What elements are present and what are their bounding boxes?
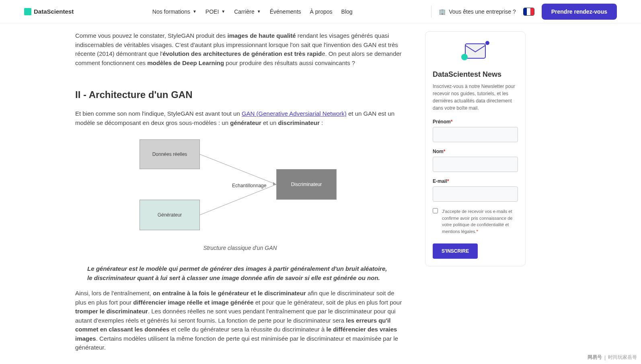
consent-label: J'accepte de recevoir vos e-mails et con… [442,208,518,235]
sidebar: DataScientest News Inscrivez-vous à notr… [425,31,526,359]
chevron-down-icon: ▼ [193,9,197,14]
article-content: Comme vous pouvez le constater, StyleGAN… [75,31,405,359]
prenom-input[interactable] [433,127,518,142]
svg-marker-1 [273,182,276,185]
diagram-box-discriminator: Discriminateur [276,169,337,200]
svg-point-4 [461,54,468,60]
paragraph-2: Et bien comme son nom l'indique, StyleGA… [75,109,405,127]
main-nav: Nos formations▼ POEI▼ Carrière▼ Événemen… [152,8,353,15]
consent-checkbox[interactable] [433,208,438,213]
newsletter-title: DataScientest News [433,70,518,79]
logo[interactable]: DataScientest [24,8,74,15]
cta-button[interactable]: Prendre rendez-vous [542,4,617,20]
prenom-label: Prénom* [433,119,518,125]
chevron-down-icon: ▼ [221,9,225,14]
email-input[interactable] [433,186,518,202]
paragraph-3: Ainsi, lors de l'entraînement, on entraî… [75,289,405,352]
svg-point-5 [485,41,489,45]
quote-block: Le générateur est le modèle qui permet d… [75,264,405,282]
brand-name: DataScientest [34,8,74,15]
diagram-label: Echantillonnage [232,182,266,189]
main-header: DataScientest Nos formations▼ POEI▼ Carr… [0,0,641,23]
newsletter-desc: Inscrivez-vous à notre Newsletter pour r… [433,83,518,112]
nav-carriere[interactable]: Carrière▼ [234,8,261,15]
diagram-box-generator: Générateur [140,200,200,230]
heading-architecture: II - Architecture d'un GAN [75,88,405,102]
nom-label: Nom* [433,149,518,154]
gan-link[interactable]: GAN (Generative Adversiarial Network) [242,110,347,117]
divider [431,6,431,18]
svg-line-0 [200,154,276,184]
nom-input[interactable] [433,157,518,172]
language-flag[interactable] [523,8,534,16]
diagram-caption: Structure classique d'un GAN [75,244,405,252]
nav-formations[interactable]: Nos formations▼ [152,8,197,15]
nav-apropos[interactable]: À propos [310,8,333,15]
enterprise-link[interactable]: 🏢 Vous êtes une entreprise ? [439,8,516,15]
nav-poei[interactable]: POEI▼ [205,8,225,15]
email-label: E-mail* [433,178,518,184]
nav-blog[interactable]: Blog [341,8,353,15]
svg-rect-3 [465,44,485,58]
logo-icon [24,8,31,15]
subscribe-button[interactable]: S'inscrire [433,243,478,259]
envelope-icon [433,39,518,65]
nav-evenements[interactable]: Événements [270,8,301,15]
building-icon: 🏢 [439,8,446,15]
chevron-down-icon: ▼ [257,9,261,14]
diagram-box-data: Données réelles [140,139,200,169]
newsletter-card: DataScientest News Inscrivez-vous à notr… [425,31,526,266]
header-right: 🏢 Vous êtes une entreprise ? Prendre ren… [431,4,617,20]
paragraph-1: Comme vous pouvez le constater, StyleGAN… [75,31,405,67]
gan-diagram: Données réelles Générateur Discriminateu… [140,139,341,232]
watermark: 网易号|时尚玩家岳哥 [588,354,637,361]
